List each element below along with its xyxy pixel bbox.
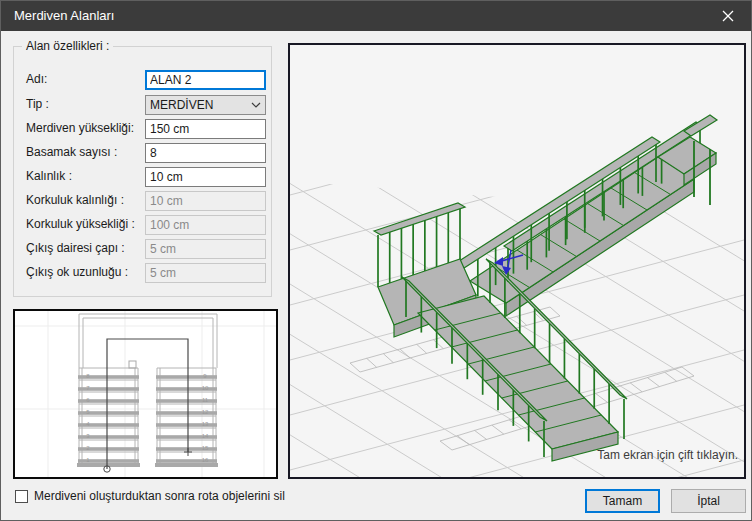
- cancel-button-label: İptal: [697, 494, 720, 508]
- svg-text:15: 15: [202, 445, 209, 451]
- area-properties-group: Alan özellikleri : Adı: Tip : Merdiven y…: [13, 46, 272, 297]
- svg-text:14: 14: [202, 433, 209, 439]
- delete-route-objects-label: Merdiveni oluşturduktan sonra rota objel…: [34, 489, 285, 503]
- stair-areas-dialog: Merdiven Alanları Alan özellikleri : Adı…: [0, 0, 752, 521]
- cikis-dairesi-capi-input: [145, 239, 266, 259]
- ok-button[interactable]: Tamam: [585, 489, 660, 513]
- ok-button-label: Tamam: [603, 494, 642, 508]
- label-adi: Adı:: [26, 72, 47, 87]
- fullscreen-hint: Tam ekran için çift tıklayın.: [597, 448, 738, 462]
- close-button[interactable]: [705, 1, 751, 31]
- group-title: Alan özellikleri :: [22, 39, 113, 53]
- dialog-title: Merdiven Alanları: [14, 1, 114, 31]
- kalinlik-input[interactable]: [145, 167, 266, 187]
- korkuluk-yuksekligi-input: [145, 215, 266, 235]
- stair-plan-drawing: 87654321910111213141516: [15, 311, 276, 477]
- stair-3d-preview[interactable]: Tam ekran için çift tıklayın.: [288, 43, 746, 479]
- label-basamak-sayisi: Basamak sayısı :: [26, 145, 117, 160]
- label-korkuluk-kalinligi: Korkuluk kalınlığı :: [26, 193, 124, 208]
- svg-text:13: 13: [202, 421, 209, 427]
- close-icon: [722, 10, 734, 22]
- cancel-button[interactable]: İptal: [671, 489, 746, 513]
- adi-input[interactable]: [145, 70, 266, 90]
- label-cikis-ok-uzunlugu: Çıkış ok uzunluğu :: [26, 265, 128, 280]
- merdiven-yuksekligi-input[interactable]: [145, 119, 266, 139]
- svg-text:10: 10: [202, 385, 209, 391]
- svg-text:11: 11: [202, 397, 209, 403]
- chevron-down-icon: [251, 102, 261, 108]
- label-tip: Tip :: [26, 97, 49, 112]
- delete-route-objects-checkbox[interactable]: [15, 490, 28, 503]
- stair-3d-drawing: [290, 45, 744, 477]
- delete-route-objects-option[interactable]: Merdiveni oluşturduktan sonra rota objel…: [15, 489, 285, 503]
- label-kalinlik: Kalınlık :: [26, 169, 72, 184]
- svg-text:16: 16: [202, 457, 209, 463]
- basamak-sayisi-input[interactable]: [145, 143, 266, 163]
- stair-plan-preview[interactable]: 87654321910111213141516: [13, 309, 278, 479]
- svg-text:12: 12: [202, 409, 209, 415]
- tip-select[interactable]: MERDİVEN: [145, 95, 266, 115]
- label-korkuluk-yuksekligi: Korkuluk yüksekliği :: [26, 217, 135, 232]
- cikis-ok-uzunlugu-input: [145, 263, 266, 283]
- korkuluk-kalinligi-input: [145, 191, 266, 211]
- label-cikis-dairesi-capi: Çıkış dairesi çapı :: [26, 241, 125, 256]
- title-bar: Merdiven Alanları: [1, 1, 751, 31]
- label-merdiven-yuksekligi: Merdiven yüksekliği:: [26, 121, 134, 136]
- tip-select-value: MERDİVEN: [150, 98, 213, 112]
